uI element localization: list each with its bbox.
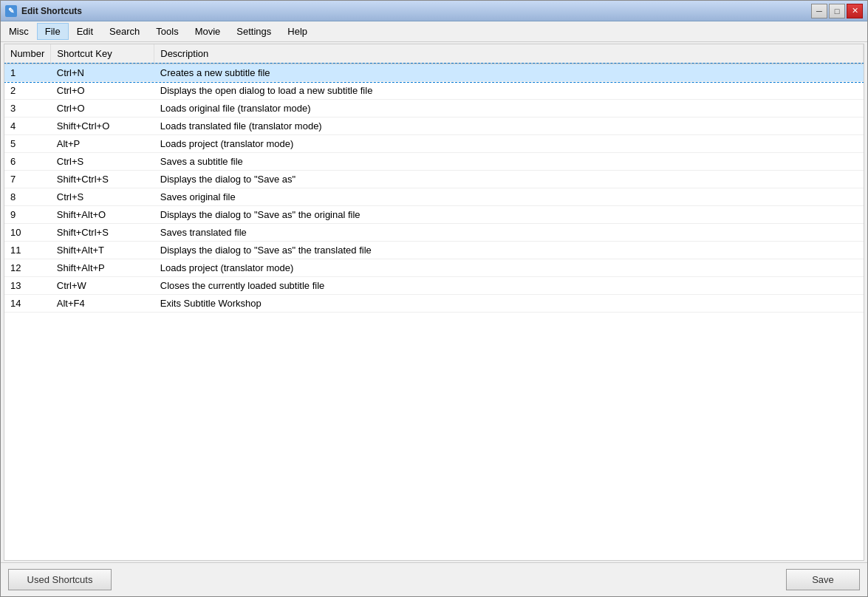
cell-shortcut: Alt+F4 [51, 295, 154, 313]
cell-number: 14 [4, 295, 51, 313]
table-row[interactable]: 2Ctrl+ODisplays the open dialog to load … [4, 82, 864, 100]
cell-description: Loads project (translator mode) [154, 135, 864, 153]
cell-shortcut: Ctrl+O [51, 82, 154, 100]
cell-description: Saves original file [154, 188, 864, 206]
menu-item-tools[interactable]: Tools [148, 23, 186, 40]
title-bar: ✎ Edit Shortcuts ─ □ ✕ [1, 1, 867, 21]
cell-description: Saves translated file [154, 224, 864, 242]
shortcuts-table-container: Number Shortcut Key Description 1Ctrl+NC… [4, 44, 864, 313]
cell-shortcut: Ctrl+S [51, 153, 154, 171]
cell-description: Creates a new subtitle file [154, 64, 864, 82]
cell-description: Displays the dialog to "Save as" the tra… [154, 242, 864, 259]
cell-description: Displays the open dialog to load a new s… [154, 82, 864, 100]
minimize-button[interactable]: ─ [811, 4, 827, 18]
table-row[interactable]: 9Shift+Alt+ODisplays the dialog to "Save… [4, 206, 864, 224]
menu-item-settings[interactable]: Settings [228, 23, 279, 40]
cell-number: 5 [4, 135, 51, 153]
table-row[interactable]: 11Shift+Alt+TDisplays the dialog to "Sav… [4, 242, 864, 259]
cell-shortcut: Shift+Ctrl+O [51, 117, 154, 135]
cell-number: 1 [4, 64, 51, 82]
table-row[interactable]: 5Alt+PLoads project (translator mode) [4, 135, 864, 153]
restore-button[interactable]: □ [829, 4, 845, 18]
cell-number: 6 [4, 153, 51, 171]
cell-number: 3 [4, 100, 51, 117]
cell-shortcut: Ctrl+O [51, 100, 154, 117]
table-row[interactable]: 4Shift+Ctrl+OLoads translated file (tran… [4, 117, 864, 135]
header-description: Description [154, 44, 864, 64]
cell-description: Saves a subtitle file [154, 153, 864, 171]
menu-item-search[interactable]: Search [101, 23, 148, 40]
save-button[interactable]: Save [786, 569, 860, 590]
cell-number: 12 [4, 259, 51, 277]
table-row[interactable]: 3Ctrl+OLoads original file (translator m… [4, 100, 864, 117]
cell-number: 11 [4, 242, 51, 259]
shortcuts-table: Number Shortcut Key Description 1Ctrl+NC… [4, 44, 864, 313]
window-icon: ✎ [5, 5, 17, 17]
cell-number: 13 [4, 277, 51, 295]
table-row[interactable]: 1Ctrl+NCreates a new subtitle file [4, 64, 864, 82]
cell-description: Displays the dialog to "Save as" [154, 171, 864, 188]
table-row[interactable]: 8Ctrl+SSaves original file [4, 188, 864, 206]
table-header: Number Shortcut Key Description [4, 44, 864, 64]
cell-description: Closes the currently loaded subtitle fil… [154, 277, 864, 295]
cell-description: Loads translated file (translator mode) [154, 117, 864, 135]
table-row[interactable]: 7Shift+Ctrl+SDisplays the dialog to "Sav… [4, 171, 864, 188]
table-row[interactable]: 14Alt+F4Exits Subtitle Workshop [4, 295, 864, 313]
cell-description: Exits Subtitle Workshop [154, 295, 864, 313]
cell-shortcut: Shift+Alt+P [51, 259, 154, 277]
menu-item-edit[interactable]: Edit [69, 23, 101, 40]
main-window: ✎ Edit Shortcuts ─ □ ✕ MiscFileEditSearc… [0, 0, 868, 597]
footer: Used Shortcuts Save [1, 562, 867, 596]
menu-bar: MiscFileEditSearchToolsMovieSettingsHelp [1, 21, 867, 42]
cell-description: Loads project (translator mode) [154, 259, 864, 277]
table-row[interactable]: 13Ctrl+WCloses the currently loaded subt… [4, 277, 864, 295]
cell-shortcut: Ctrl+W [51, 277, 154, 295]
title-bar-buttons: ─ □ ✕ [811, 4, 863, 18]
cell-description: Displays the dialog to "Save as" the ori… [154, 206, 864, 224]
cell-number: 10 [4, 224, 51, 242]
used-shortcuts-button[interactable]: Used Shortcuts [8, 569, 112, 590]
cell-number: 8 [4, 188, 51, 206]
table-body: 1Ctrl+NCreates a new subtitle file2Ctrl+… [4, 64, 864, 313]
menu-item-file[interactable]: File [37, 23, 69, 40]
close-button[interactable]: ✕ [847, 4, 863, 18]
cell-description: Loads original file (translator mode) [154, 100, 864, 117]
menu-item-help[interactable]: Help [279, 23, 315, 40]
cell-shortcut: Shift+Ctrl+S [51, 224, 154, 242]
cell-number: 9 [4, 206, 51, 224]
cell-shortcut: Shift+Alt+T [51, 242, 154, 259]
cell-number: 2 [4, 82, 51, 100]
table-row[interactable]: 6Ctrl+SSaves a subtitle file [4, 153, 864, 171]
header-shortcut: Shortcut Key [51, 44, 154, 64]
window-title: Edit Shortcuts [21, 6, 807, 16]
cell-number: 7 [4, 171, 51, 188]
header-number: Number [4, 44, 51, 64]
cell-shortcut: Shift+Alt+O [51, 206, 154, 224]
cell-shortcut: Alt+P [51, 135, 154, 153]
table-row[interactable]: 10Shift+Ctrl+SSaves translated file [4, 224, 864, 242]
cell-shortcut: Shift+Ctrl+S [51, 171, 154, 188]
menu-item-misc[interactable]: Misc [1, 23, 37, 40]
cell-number: 4 [4, 117, 51, 135]
content-area: Number Shortcut Key Description 1Ctrl+NC… [4, 44, 864, 561]
cell-shortcut: Ctrl+S [51, 188, 154, 206]
menu-item-movie[interactable]: Movie [187, 23, 229, 40]
table-row[interactable]: 12Shift+Alt+PLoads project (translator m… [4, 259, 864, 277]
cell-shortcut: Ctrl+N [51, 64, 154, 82]
